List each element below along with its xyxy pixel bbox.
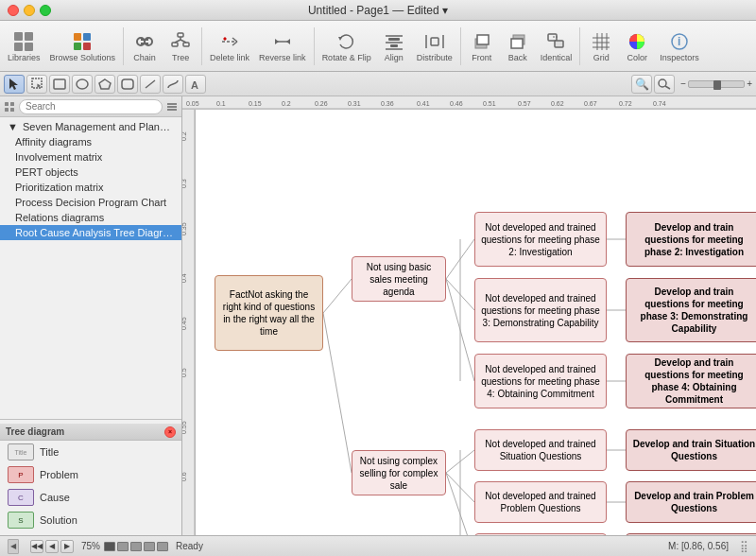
svg-text:0.31: 0.31 (348, 100, 361, 107)
grid-view-icon[interactable] (4, 101, 15, 113)
tb-tree[interactable]: Tree (163, 28, 198, 64)
rectangle-tool[interactable] (49, 75, 70, 94)
node-r2c[interactable]: Not developed and trained Implication Qu… (474, 533, 607, 535)
prev-page-btn[interactable]: ◀ (45, 540, 59, 553)
zoom-level: 75% (81, 541, 100, 551)
grid-icon (590, 30, 612, 53)
node-r2b[interactable]: Not developed and trained Problem Questi… (474, 481, 607, 523)
dtype-title[interactable]: Title Title (0, 441, 181, 463)
main-content: ▼ Seven Management and Planning T... Aff… (0, 96, 756, 535)
tree-item-process-decision[interactable]: Process Decision Program Chart (0, 195, 181, 210)
circle-tool[interactable] (72, 75, 93, 94)
ruler-top: 0.05 0.1 0.15 0.2 0.26 0.31 0.36 0.41 0.… (182, 96, 756, 110)
tb-identical[interactable]: Identical (537, 28, 576, 64)
dtype-problem[interactable]: P Problem (0, 463, 181, 486)
diagram-canvas[interactable]: FactNot asking the right kind of questio… (196, 110, 756, 535)
svg-line-61 (665, 86, 670, 89)
page-dot-1[interactable] (104, 542, 115, 551)
pointer-tool[interactable] (4, 75, 25, 94)
svg-marker-25 (286, 39, 290, 44)
zoom-control: − + (680, 78, 752, 89)
status-text: Ready (176, 541, 203, 551)
zoom-slider[interactable] (688, 80, 745, 88)
zoom-plus[interactable]: + (747, 78, 752, 89)
resize-handle[interactable]: ⣿ (740, 540, 748, 553)
first-page-btn[interactable]: ◀◀ (30, 540, 43, 553)
search-icon-btn[interactable]: 🔍 (631, 75, 652, 94)
tree-item-involvement[interactable]: Involvement matrix (0, 149, 181, 165)
page-dot-2[interactable] (117, 542, 129, 551)
tb-distribute-label: Distribute (417, 53, 453, 62)
node-r2a[interactable]: Not developed and trained Situation Ques… (474, 429, 607, 471)
tb-chain[interactable]: Chain (128, 28, 162, 64)
list-view-icon[interactable] (166, 101, 178, 113)
svg-rect-36 (477, 35, 489, 44)
next-page-btn[interactable]: ▶ (60, 540, 74, 553)
tree-icon (169, 30, 192, 53)
node-root[interactable]: FactNot asking the right kind of questio… (215, 275, 323, 351)
maximize-button[interactable] (40, 5, 51, 16)
tb-front[interactable]: Front (465, 28, 499, 64)
svg-rect-52 (32, 78, 42, 88)
tb-browse-solutions-label: Browse Solutions (50, 53, 116, 62)
traffic-lights (8, 5, 51, 16)
node-mid2[interactable]: Not using complex selling for complex sa… (352, 450, 446, 495)
dtype-cause[interactable]: C Cause (0, 486, 181, 509)
toolbar-separator-3 (314, 27, 315, 65)
svg-rect-40 (555, 41, 563, 47)
minimize-button[interactable] (24, 5, 35, 16)
tb-delete-link[interactable]: Delete link (206, 28, 253, 64)
page-dot-5[interactable] (157, 542, 168, 551)
connector-tool[interactable] (163, 75, 183, 94)
tree-item-affinity[interactable]: Affinity diagrams (0, 134, 181, 149)
tree-item-prioritization[interactable]: Prioritization matrix (0, 180, 181, 195)
color-icon (626, 30, 648, 53)
tb-grid[interactable]: Grid (584, 28, 618, 64)
tb-back[interactable]: Back (501, 28, 535, 64)
tb-align[interactable]: Align (377, 28, 411, 64)
node-r1c[interactable]: Not developed and trained questions for … (474, 354, 607, 408)
svg-rect-5 (83, 33, 91, 41)
close-button[interactable] (8, 5, 19, 16)
node-s1a[interactable]: Develop and train questions for meeting … (626, 212, 756, 267)
tb-inspectors[interactable]: i Inspectors (656, 28, 703, 64)
page-dot-3[interactable] (130, 542, 142, 551)
node-r1b[interactable]: Not developed and trained questions for … (474, 278, 607, 342)
tb-rotate-flip[interactable]: Rotate & Flip (318, 28, 375, 64)
sidebar-collapse-btn[interactable]: ◀ (8, 539, 19, 554)
node-r1a[interactable]: Not developed and trained questions for … (474, 212, 607, 267)
tb-reverse-link[interactable]: Reverse link (255, 28, 310, 64)
node-s2c[interactable]: Develop and train Implication Questions (626, 533, 756, 535)
tb-distribute[interactable]: Distribute (413, 28, 456, 64)
line-tool[interactable] (140, 75, 161, 94)
dtype-solution[interactable]: S Solution (0, 509, 181, 531)
node-s1b[interactable]: Develop and train questions for meeting … (626, 278, 756, 342)
select-tool[interactable] (26, 75, 47, 94)
node-s2a[interactable]: Develop and train Situation Questions (626, 429, 756, 471)
rounded-rect-tool[interactable] (117, 75, 138, 94)
tb-browse-solutions[interactable]: Browse Solutions (46, 28, 120, 64)
page-dot-4[interactable] (144, 542, 155, 551)
title-icon: Title (8, 443, 34, 460)
panel-close-button[interactable]: × (164, 426, 176, 438)
text-tool[interactable]: A (185, 75, 206, 94)
svg-text:0.62: 0.62 (551, 100, 564, 107)
svg-point-55 (77, 79, 88, 89)
node-s2b[interactable]: Develop and train Problem Questions (626, 481, 756, 523)
reverse-link-icon (271, 30, 294, 53)
tb-chain-label: Chain (133, 53, 156, 62)
svg-rect-62 (5, 102, 9, 106)
shape-tool[interactable] (94, 75, 115, 94)
node-s2b-text: Develop and train Problem Questions (632, 490, 756, 514)
search-input[interactable] (19, 99, 163, 114)
tb-libraries[interactable]: Libraries (4, 28, 44, 64)
zoom-minus[interactable]: − (680, 78, 686, 89)
tree-item-relations[interactable]: Relations diagrams (0, 210, 181, 225)
node-s1c[interactable]: Develop and train questions for meeting … (626, 354, 756, 408)
tree-item-pert[interactable]: PERT objects (0, 165, 181, 180)
zoom-fit-btn[interactable] (654, 75, 675, 94)
node-mid1[interactable]: Not using basic sales meeting agenda (352, 256, 446, 302)
tree-item-smpt[interactable]: ▼ Seven Management and Planning T... (0, 119, 181, 134)
tb-color[interactable]: Color (620, 28, 654, 64)
tree-item-root-cause[interactable]: Root Cause Analysis Tree Diagram (0, 225, 181, 240)
